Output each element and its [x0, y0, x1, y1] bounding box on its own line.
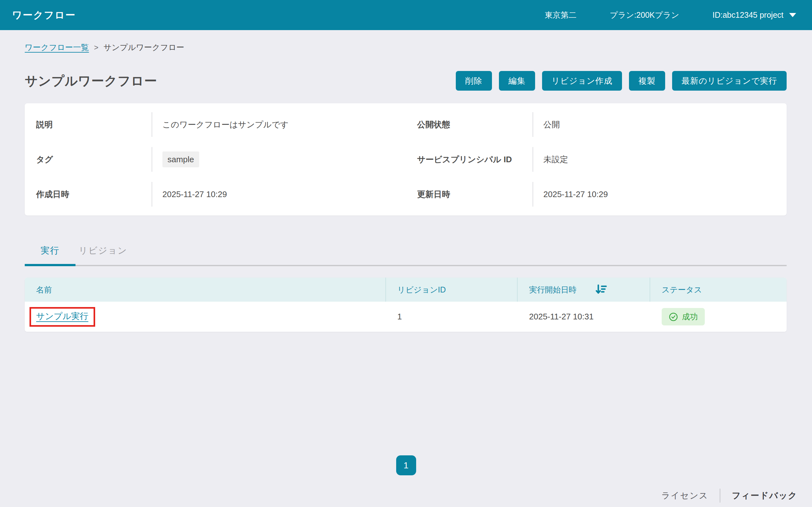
detail-row-dates: 作成日時 2025-11-27 10:29 更新日時 2025-11-27 10… [25, 177, 786, 212]
top-bar: ワークフロー 東京第二 プラン:200Kプラン ID:abc12345 proj… [0, 0, 812, 30]
updated-at-label: 更新日時 [406, 189, 532, 200]
tab-bar: 実行 リビジョン [25, 245, 786, 266]
breadcrumb-workflow-list-link[interactable]: ワークフロー一覧 [25, 42, 89, 53]
annotation-highlight-box: サンプル実行 [30, 307, 95, 327]
project-switcher[interactable]: ID:abc12345 project [712, 10, 796, 20]
pagination: 1 [0, 455, 812, 475]
cell-name: サンプル実行 [25, 302, 386, 332]
app-title: ワークフロー [12, 9, 76, 22]
feedback-link[interactable]: フィードバック [732, 490, 798, 501]
page-1-button[interactable]: 1 [396, 455, 416, 475]
breadcrumb: ワークフロー一覧 > サンプルワークフロー [25, 42, 787, 53]
run-latest-revision-button[interactable]: 最新のリビジョンで実行 [672, 71, 786, 91]
breadcrumb-current: サンプルワークフロー [103, 42, 184, 53]
column-header-revision-id: リビジョンID [386, 278, 518, 302]
edit-button[interactable]: 編集 [499, 71, 535, 91]
table-row: サンプル実行 1 2025-11-27 10:31 成功 [25, 302, 786, 332]
tags-label: タグ [25, 154, 152, 165]
delete-button[interactable]: 削除 [456, 71, 492, 91]
column-header-status: ステータス [650, 278, 786, 302]
cell-started-at: 2025-11-27 10:31 [518, 302, 650, 332]
table-header-row: 名前 リビジョンID 実行開始日時 ステータス [25, 278, 786, 302]
created-at-label: 作成日時 [25, 189, 152, 200]
sort-descending-icon[interactable] [595, 283, 608, 296]
success-check-icon [669, 312, 678, 322]
execution-link[interactable]: サンプル実行 [36, 312, 89, 321]
workflow-details-card: 説明 このワークフローはサンプルです 公開状態 公開 タグ sample サービ… [25, 103, 786, 216]
service-principal-id-value: 未設定 [533, 154, 568, 165]
tab-revisions[interactable]: リビジョン [75, 245, 131, 265]
tab-executions[interactable]: 実行 [25, 245, 75, 265]
cell-revision-id: 1 [386, 302, 518, 332]
plan-label: プラン:200Kプラン [610, 10, 679, 20]
chevron-down-icon [789, 13, 796, 17]
visibility-value: 公開 [533, 119, 560, 130]
breadcrumb-separator: > [94, 43, 98, 52]
cell-status: 成功 [650, 302, 786, 332]
updated-at-value: 2025-11-27 10:29 [533, 189, 608, 199]
service-principal-id-label: サービスプリンシパル ID [406, 154, 532, 165]
project-id-label: ID:abc12345 project [712, 10, 783, 20]
visibility-label: 公開状態 [406, 119, 532, 130]
executions-table: 名前 リビジョンID 実行開始日時 ステータス サンプル実行 1 2025-11… [25, 278, 786, 332]
create-revision-button[interactable]: リビジョン作成 [542, 71, 622, 91]
footer: ライセンス フィードバック [0, 489, 812, 503]
detail-row-tags-principal: タグ sample サービスプリンシパル ID 未設定 [25, 142, 786, 177]
page-title: サンプルワークフロー [25, 72, 157, 90]
license-link[interactable]: ライセンス [661, 490, 708, 501]
column-header-name: 名前 [25, 278, 386, 302]
detail-row-description-visibility: 説明 このワークフローはサンプルです 公開状態 公開 [25, 107, 786, 142]
status-badge: 成功 [662, 308, 705, 326]
footer-divider [720, 489, 720, 503]
description-label: 説明 [25, 119, 152, 130]
description-value: このワークフローはサンプルです [152, 119, 289, 130]
created-at-value: 2025-11-27 10:29 [152, 189, 227, 199]
tag-chip: sample [162, 152, 199, 167]
action-buttons: 削除 編集 リビジョン作成 複製 最新のリビジョンで実行 [456, 71, 786, 91]
column-header-started-at[interactable]: 実行開始日時 [518, 278, 650, 302]
region-label: 東京第二 [545, 10, 576, 20]
duplicate-button[interactable]: 複製 [629, 71, 665, 91]
